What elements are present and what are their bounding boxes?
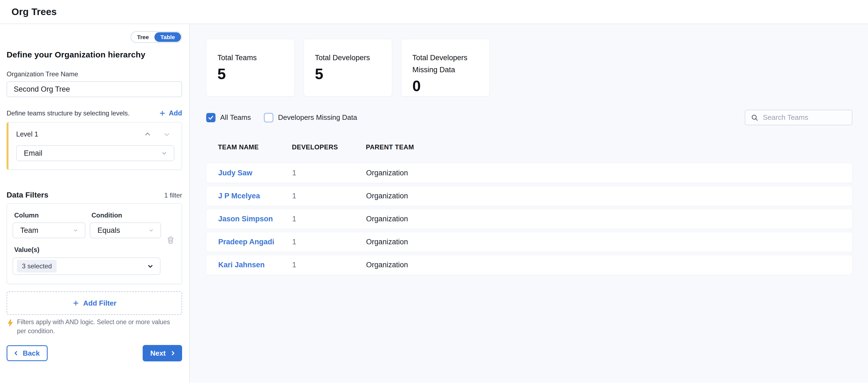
delete-filter-button[interactable] — [166, 236, 175, 245]
developers-cell: 1 — [292, 238, 366, 246]
trash-icon — [166, 236, 175, 244]
stat-value: 0 — [412, 78, 481, 94]
stat-label: Total Developers — [315, 52, 383, 64]
column-header-developers: DEVELOPERS — [292, 143, 366, 151]
condition-label: Condition — [91, 211, 161, 219]
values-label: Value(s) — [14, 246, 175, 254]
search-input[interactable] — [762, 113, 847, 122]
tree-name-input[interactable] — [7, 81, 182, 97]
sidebar-heading: Define your Organization hierarchy — [7, 50, 182, 59]
plus-icon — [159, 110, 166, 117]
filters-note-row: Filters apply with AND logic. Select one… — [7, 318, 182, 336]
data-filters-header: Data Filters 1 filter — [7, 191, 182, 200]
column-select[interactable]: Team — [12, 222, 86, 238]
stat-label: Total Developers Missing Data — [412, 52, 475, 76]
plus-icon — [72, 300, 80, 307]
main-content: Total Teams 5 Total Developers 5 Total D… — [190, 24, 868, 382]
data-filters-title: Data Filters — [7, 191, 49, 200]
next-button[interactable]: Next — [143, 345, 182, 361]
chevron-left-icon — [13, 350, 20, 356]
move-up-icon[interactable] — [144, 131, 151, 138]
developers-missing-data-checkbox[interactable]: Developers Missing Data — [264, 113, 357, 122]
level-field-value: Email — [24, 149, 42, 158]
developers-cell: 1 — [292, 215, 366, 223]
stats-row: Total Teams 5 Total Developers 5 Total D… — [206, 39, 852, 97]
next-label: Next — [150, 349, 166, 357]
chevron-down-icon — [148, 227, 154, 234]
table-view-button[interactable]: Table — [154, 32, 181, 42]
column-header-team-name: TEAM NAME — [218, 143, 292, 151]
parent-team-cell: Organization — [366, 238, 852, 246]
search-icon — [751, 114, 758, 121]
chevron-down-icon — [161, 150, 168, 157]
add-filter-button[interactable]: Add Filter — [7, 291, 182, 315]
check-icon — [206, 113, 216, 122]
table-row: Pradeep Angadi 1 Organization — [206, 232, 852, 252]
add-filter-label: Add Filter — [83, 299, 116, 308]
team-link[interactable]: J P Mcelyea — [218, 192, 292, 200]
layout: Tree Table Define your Organization hier… — [0, 24, 868, 382]
values-select[interactable]: 3 selected — [12, 257, 160, 275]
filter-count: 1 filter — [164, 192, 182, 199]
table-row: Judy Saw 1 Organization — [206, 163, 852, 183]
config-sidebar: Tree Table Define your Organization hier… — [0, 24, 190, 382]
team-link[interactable]: Pradeep Angadi — [218, 238, 292, 246]
view-toggle: Tree Table — [131, 31, 182, 43]
stat-card-missing-data: Total Developers Missing Data 0 — [401, 39, 490, 97]
table-header: TEAM NAME DEVELOPERS PARENT TEAM — [206, 143, 852, 151]
add-level-label: Add — [169, 109, 182, 117]
stat-value: 5 — [315, 67, 383, 81]
tree-view-button[interactable]: Tree — [132, 32, 154, 42]
column-header-parent-team: PARENT TEAM — [366, 143, 852, 151]
chevron-down-icon — [146, 262, 154, 270]
team-link[interactable]: Judy Saw — [218, 169, 292, 177]
table-row: Kari Jahnsen 1 Organization — [206, 255, 852, 275]
missing-data-label: Developers Missing Data — [278, 113, 357, 122]
parent-team-cell: Organization — [366, 192, 852, 200]
page-header: Org Trees — [0, 0, 868, 24]
level-title: Level 1 — [16, 130, 38, 138]
stat-label: Total Teams — [217, 52, 286, 64]
back-label: Back — [23, 349, 40, 357]
level-card-header: Level 1 — [16, 130, 175, 138]
condition-select[interactable]: Equals — [90, 222, 161, 238]
levels-hint: Define teams structure by selecting leve… — [7, 109, 130, 117]
team-link[interactable]: Jason Simpson — [218, 215, 292, 223]
back-button[interactable]: Back — [7, 345, 48, 361]
condition-value: Equals — [97, 226, 120, 235]
org-trees-app: Org Trees Tree Table Define your Organiz… — [0, 0, 868, 383]
column-value: Team — [20, 226, 38, 235]
all-teams-checkbox[interactable]: All Teams — [206, 113, 251, 122]
filter-fields: Column Team Condition Equals — [12, 210, 175, 238]
developers-cell: 1 — [292, 261, 366, 269]
developers-cell: 1 — [292, 192, 366, 200]
teams-table-body: Judy Saw 1 Organization J P Mcelyea 1 Or… — [206, 163, 852, 275]
table-controls: All Teams Developers Missing Data — [206, 110, 852, 125]
filter-card: Column Team Condition Equals — [7, 203, 182, 284]
parent-team-cell: Organization — [366, 169, 852, 177]
move-down-icon[interactable] — [163, 131, 170, 138]
view-toggle-row: Tree Table — [7, 31, 182, 43]
all-teams-label: All Teams — [220, 113, 251, 122]
team-search — [745, 110, 852, 125]
stat-value: 5 — [217, 67, 286, 81]
selected-count-chip: 3 selected — [17, 260, 57, 273]
lightning-icon — [7, 318, 14, 327]
level-reorder-controls — [144, 131, 175, 138]
add-level-button[interactable]: Add — [159, 109, 182, 117]
page-title: Org Trees — [11, 6, 57, 17]
filter-checkboxes: All Teams Developers Missing Data — [206, 113, 357, 122]
chevron-down-icon — [72, 227, 79, 234]
level-field-select[interactable]: Email — [16, 145, 175, 161]
filters-note: Filters apply with AND logic. Select one… — [17, 318, 172, 336]
team-link[interactable]: Kari Jahnsen — [218, 261, 292, 269]
parent-team-cell: Organization — [366, 215, 852, 223]
stat-card-total-developers: Total Developers 5 — [304, 39, 392, 97]
chevron-right-icon — [169, 350, 176, 356]
wizard-nav: Back Next — [7, 345, 182, 361]
levels-header-row: Define teams structure by selecting leve… — [7, 109, 182, 117]
table-row: J P Mcelyea 1 Organization — [206, 186, 852, 206]
column-label: Column — [14, 211, 86, 219]
checkbox-unchecked-icon — [264, 113, 273, 122]
tree-name-label: Organization Tree Name — [7, 70, 182, 78]
